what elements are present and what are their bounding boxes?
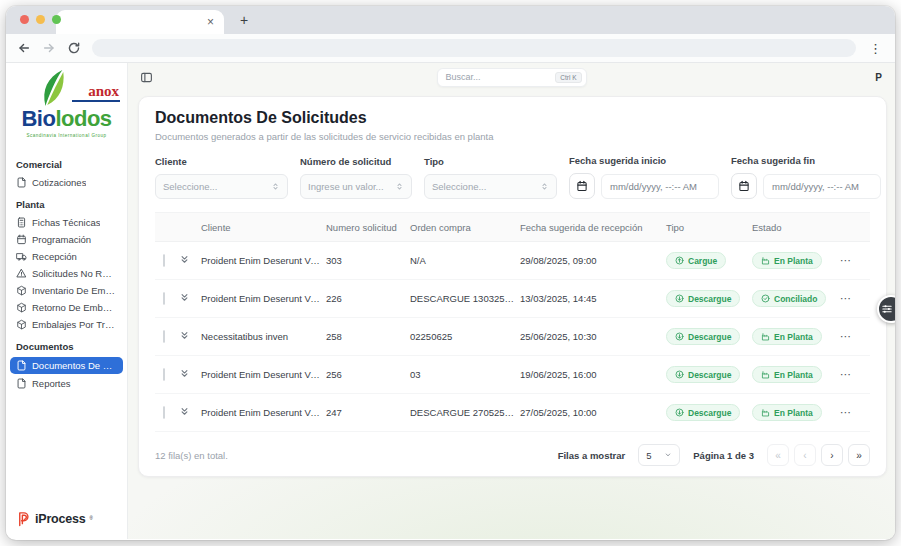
expand-row-icon[interactable] [179, 292, 190, 303]
cell-cliente: Proident Enim Deserunt Veniam [197, 255, 322, 266]
row-checkbox[interactable] [163, 292, 165, 305]
maximize-window-button[interactable] [52, 15, 61, 24]
calculator-icon [16, 217, 27, 228]
numero-solicitud-input[interactable]: Ingrese un valor... [300, 174, 412, 199]
arrow-down-circle-icon [675, 294, 684, 303]
search-input[interactable]: Buscar... Ctrl K [437, 68, 587, 87]
sidebar-item-reportes[interactable]: Reportes [6, 375, 127, 392]
forward-icon[interactable] [42, 41, 56, 55]
tipo-badge: Descargue [666, 328, 740, 345]
chevron-updown-icon [540, 182, 549, 191]
sidebar-item-inventario-de-embalajes[interactable]: Inventario De Embalajes [6, 282, 127, 299]
table-row: Necessitatibus inven 258 02250625 25/06/… [155, 318, 870, 356]
sliders-icon [881, 303, 893, 315]
factory-icon [761, 332, 770, 341]
expand-row-icon[interactable] [179, 330, 190, 341]
new-tab-button[interactable]: + [234, 12, 254, 28]
table-header: Cliente Numero solicitud Orden compra Fe… [155, 212, 870, 242]
address-bar[interactable] [92, 39, 856, 57]
browser-window: × + ⋮ anox Biolodos Scandinavia Internat… [6, 6, 895, 540]
arrow-down-circle-icon [675, 370, 684, 379]
fecha-inicio-calendar-button[interactable] [569, 173, 595, 199]
expand-row-icon[interactable] [179, 254, 190, 265]
cell-cliente: Proident Enim Deserunt Veniam [197, 293, 322, 304]
page-title: Documentos De Solicitudes [155, 109, 870, 127]
first-page-button[interactable]: « [767, 444, 789, 466]
file-icon [16, 177, 27, 188]
cliente-select[interactable]: Seleccione... [155, 174, 288, 199]
tab-close-icon[interactable]: × [207, 16, 214, 28]
sidebar-item-programacion[interactable]: Programación [6, 231, 127, 248]
main-area: Buscar... Ctrl K P Documentos De Solicit… [128, 63, 895, 539]
factory-icon [761, 408, 770, 417]
fecha-inicio-input[interactable]: mm/dd/yyyy, --:-- AM [601, 174, 719, 199]
cell-cliente: Proident Enim Deserunt Veniam [197, 407, 322, 418]
sidebar-toggle-icon[interactable] [140, 71, 153, 84]
page-content: Documentos De Solicitudes Documentos gen… [128, 91, 895, 539]
filter-label-fecha-inicio: Fecha sugerida inicio [569, 155, 719, 166]
row-actions-button[interactable]: ⋯ [840, 406, 870, 419]
row-checkbox[interactable] [163, 406, 165, 419]
tipo-badge: Cargue [666, 252, 726, 269]
cell-numero-solicitud: 258 [322, 331, 406, 342]
col-orden-compra: Orden compra [406, 222, 516, 233]
package-icon [16, 285, 27, 296]
iprocess-p-icon [16, 510, 31, 527]
row-actions-button[interactable]: ⋯ [840, 254, 870, 267]
cell-orden-compra: DESCARGUE 130325 03 [406, 293, 516, 304]
sidebar-item-recepcion[interactable]: Recepción [6, 248, 127, 265]
last-page-button[interactable]: » [848, 444, 870, 466]
expand-row-icon[interactable] [179, 406, 190, 417]
sidebar-item-retorno-de-embalajes[interactable]: Retorno De Embalajes [6, 299, 127, 316]
minimize-window-button[interactable] [36, 15, 45, 24]
row-checkbox[interactable] [163, 254, 165, 267]
fecha-fin-calendar-button[interactable] [731, 173, 757, 199]
documents-table: Cliente Numero solicitud Orden compra Fe… [155, 212, 870, 432]
section-comercial: Comercial [6, 151, 127, 174]
cell-orden-compra: DESCARGUE 270525 01 [406, 407, 516, 418]
tipo-badge: Descargue [666, 404, 740, 421]
biolodos-wordmark: Biolodos [6, 107, 127, 131]
col-estado: Estado [748, 222, 840, 233]
logo-tagline: Scandinavia International Group [6, 133, 127, 138]
cell-orden-compra: N/A [406, 255, 516, 266]
sidebar-item-embalajes-por-tratar[interactable]: Embalajes Por Tratar [6, 316, 127, 333]
col-fecha-recepcion: Fecha sugerida de recepción [516, 222, 662, 233]
row-checkbox[interactable] [163, 330, 165, 343]
row-actions-button[interactable]: ⋯ [840, 368, 870, 381]
reload-icon[interactable] [67, 41, 81, 55]
browser-toolbar: ⋮ [6, 34, 895, 63]
sidebar-item-documentos-de-solicitudes[interactable]: Documentos De Solicit... [10, 357, 123, 374]
browser-tab[interactable]: × [56, 10, 224, 34]
tipo-select[interactable]: Seleccione... [424, 174, 557, 199]
estado-badge: Conciliado [752, 290, 826, 307]
browser-menu-icon[interactable]: ⋮ [867, 42, 884, 55]
cell-cliente: Necessitatibus inven [197, 331, 322, 342]
cell-fecha-recepcion: 13/03/2025, 14:45 [516, 293, 662, 304]
cell-cliente: Proident Enim Deserunt Veniam [197, 369, 322, 380]
cell-fecha-recepcion: 27/05/2025, 10:00 [516, 407, 662, 418]
table-row: Proident Enim Deserunt Veniam 247 DESCAR… [155, 394, 870, 432]
section-planta: Planta [6, 191, 127, 214]
badge-check-icon [761, 294, 770, 303]
sidebar-item-fichas-tecnicas[interactable]: Fichas Técnicas [6, 214, 127, 231]
rows-per-page-select[interactable]: 5 [638, 444, 680, 466]
calendar-icon [576, 180, 588, 192]
next-page-button[interactable]: › [821, 444, 843, 466]
arrow-down-circle-icon [675, 332, 684, 341]
tipo-badge: Descargue [666, 366, 740, 383]
avatar[interactable]: P [875, 72, 882, 83]
close-window-button[interactable] [20, 15, 29, 24]
row-actions-button[interactable]: ⋯ [840, 330, 870, 343]
expand-row-icon[interactable] [179, 368, 190, 379]
sidebar-item-cotizaciones[interactable]: Cotizaciones [6, 174, 127, 191]
fecha-fin-input[interactable]: mm/dd/yyyy, --:-- AM [763, 174, 881, 199]
back-icon[interactable] [17, 41, 31, 55]
previous-page-button[interactable]: ‹ [794, 444, 816, 466]
row-actions-button[interactable]: ⋯ [840, 292, 870, 305]
row-checkbox[interactable] [163, 368, 165, 381]
table-body: Proident Enim Deserunt Veniam 303 N/A 29… [155, 242, 870, 432]
cell-numero-solicitud: 226 [322, 293, 406, 304]
sidebar-item-solicitudes-no-recibidas[interactable]: Solicitudes No Recibidas [6, 265, 127, 282]
number-stepper-icon[interactable] [395, 182, 404, 191]
